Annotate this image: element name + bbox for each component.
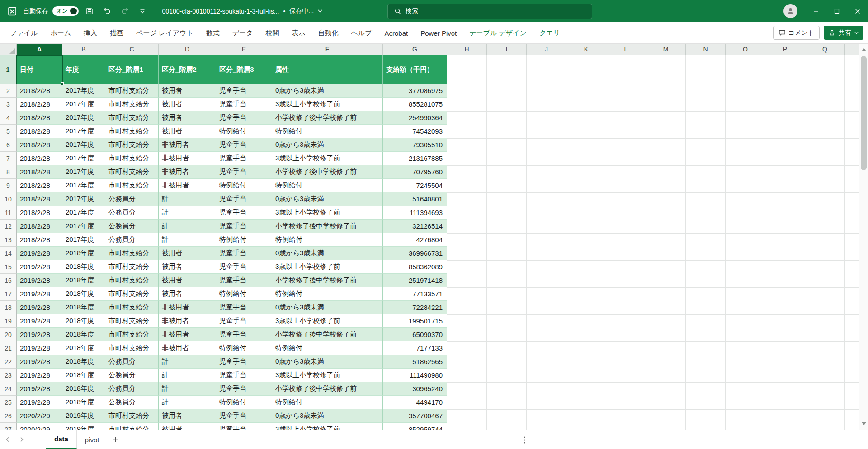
cell-A21[interactable]: 2019/2/28 xyxy=(17,341,62,355)
cell-B4[interactable]: 2017年度 xyxy=(62,111,105,125)
cell-D25[interactable]: 計 xyxy=(159,396,216,409)
cell-F3[interactable]: 3歳以上小学校修了前 xyxy=(272,98,383,111)
cell-E8[interactable]: 児童手当 xyxy=(216,165,272,179)
undo-icon[interactable] xyxy=(100,5,114,18)
cell-G3[interactable]: 855281075 xyxy=(383,98,447,111)
cell-B20[interactable]: 2018年度 xyxy=(62,328,105,341)
column-header-G[interactable]: G xyxy=(383,44,447,55)
cell-F11[interactable]: 3歳以上小学校修了前 xyxy=(272,206,383,220)
ribbon-tab-file[interactable]: ファイル xyxy=(4,22,44,44)
ribbon-tab-3[interactable]: 描画 xyxy=(104,22,130,44)
select-all-corner[interactable] xyxy=(0,44,17,55)
row-header-7[interactable]: 7 xyxy=(0,152,17,165)
cell-E16[interactable]: 児童手当 xyxy=(216,274,272,287)
cell-A12[interactable]: 2018/2/28 xyxy=(17,220,62,233)
cell-A5[interactable]: 2018/2/28 xyxy=(17,125,62,138)
cell-B7[interactable]: 2017年度 xyxy=(62,152,105,165)
cell-C10[interactable]: 公務員分 xyxy=(105,192,159,206)
cell-B9[interactable]: 2017年度 xyxy=(62,179,105,192)
cell-F21[interactable]: 特例給付 xyxy=(272,341,383,355)
header-cell-F1[interactable]: 属性 xyxy=(272,55,383,84)
empty-grid[interactable] xyxy=(447,55,859,430)
sheetbar-overflow-button[interactable] xyxy=(518,430,531,449)
cell-A13[interactable]: 2018/2/28 xyxy=(17,233,62,247)
row-header-21[interactable]: 21 xyxy=(0,341,17,355)
cell-E14[interactable]: 児童手当 xyxy=(216,247,272,260)
cell-G5[interactable]: 74542093 xyxy=(383,125,447,138)
cell-F13[interactable]: 特例給付 xyxy=(272,233,383,247)
row-header-15[interactable]: 15 xyxy=(0,260,17,274)
cell-A6[interactable]: 2018/2/28 xyxy=(17,138,62,152)
ribbon-tab-12[interactable]: Power Pivot xyxy=(414,22,463,44)
row-header-22[interactable]: 22 xyxy=(0,355,17,369)
cell-G22[interactable]: 51862565 xyxy=(383,355,447,369)
cell-A20[interactable]: 2019/2/28 xyxy=(17,328,62,341)
row-header-20[interactable]: 20 xyxy=(0,328,17,341)
cell-D20[interactable]: 非被用者 xyxy=(159,328,216,341)
ribbon-tab-8[interactable]: 表示 xyxy=(285,22,311,44)
cell-F15[interactable]: 3歳以上小学校修了前 xyxy=(272,260,383,274)
cell-G6[interactable]: 79305510 xyxy=(383,138,447,152)
cell-A19[interactable]: 2019/2/28 xyxy=(17,314,62,328)
cell-B13[interactable]: 2017年度 xyxy=(62,233,105,247)
column-header-O[interactable]: O xyxy=(726,44,765,55)
cell-A8[interactable]: 2018/2/28 xyxy=(17,165,62,179)
cell-D15[interactable]: 被用者 xyxy=(159,260,216,274)
cell-F12[interactable]: 小学校修了後中学校修了前 xyxy=(272,220,383,233)
cell-C6[interactable]: 市町村支給分 xyxy=(105,138,159,152)
cell-E2[interactable]: 児童手当 xyxy=(216,84,272,98)
cell-A2[interactable]: 2018/2/28 xyxy=(17,84,62,98)
cell-G10[interactable]: 51640801 xyxy=(383,192,447,206)
cell-E12[interactable]: 児童手当 xyxy=(216,220,272,233)
column-header-J[interactable]: J xyxy=(527,44,566,55)
cell-D7[interactable]: 非被用者 xyxy=(159,152,216,165)
cell-A14[interactable]: 2019/2/28 xyxy=(17,247,62,260)
cell-A4[interactable]: 2018/2/28 xyxy=(17,111,62,125)
row-header-13[interactable]: 13 xyxy=(0,233,17,247)
cell-E20[interactable]: 児童手当 xyxy=(216,328,272,341)
row-header-11[interactable]: 11 xyxy=(0,206,17,220)
vertical-scrollbar[interactable] xyxy=(859,44,868,430)
cell-A11[interactable]: 2018/2/28 xyxy=(17,206,62,220)
cell-G4[interactable]: 254990364 xyxy=(383,111,447,125)
cell-E11[interactable]: 児童手当 xyxy=(216,206,272,220)
minimize-button[interactable] xyxy=(806,0,826,22)
cell-D16[interactable]: 被用者 xyxy=(159,274,216,287)
cell-G7[interactable]: 213167885 xyxy=(383,152,447,165)
header-cell-A1[interactable]: 日付 xyxy=(17,55,62,84)
cell-E25[interactable]: 特例給付 xyxy=(216,396,272,409)
cell-G14[interactable]: 369966731 xyxy=(383,247,447,260)
row-header-10[interactable]: 10 xyxy=(0,192,17,206)
cell-C9[interactable]: 市町村支給分 xyxy=(105,179,159,192)
cell-G16[interactable]: 251971418 xyxy=(383,274,447,287)
cell-B18[interactable]: 2018年度 xyxy=(62,301,105,314)
cell-F24[interactable]: 小学校修了後中学校修了前 xyxy=(272,382,383,396)
cell-C2[interactable]: 市町村支給分 xyxy=(105,84,159,98)
sheet-nav-prev-button[interactable] xyxy=(0,430,14,449)
cell-C18[interactable]: 市町村支給分 xyxy=(105,301,159,314)
cell-A17[interactable]: 2019/2/28 xyxy=(17,287,62,301)
cell-C21[interactable]: 市町村支給分 xyxy=(105,341,159,355)
column-header-C[interactable]: C xyxy=(105,44,159,55)
cell-C13[interactable]: 公務員分 xyxy=(105,233,159,247)
ribbon-tab-6[interactable]: データ xyxy=(226,22,259,44)
row-header-3[interactable]: 3 xyxy=(0,98,17,111)
column-header-K[interactable]: K xyxy=(566,44,606,55)
sheet-tab-pivot[interactable]: pivot xyxy=(77,430,108,449)
cell-D12[interactable]: 計 xyxy=(159,220,216,233)
cell-F7[interactable]: 3歳以上小学校修了前 xyxy=(272,152,383,165)
cell-E15[interactable]: 児童手当 xyxy=(216,260,272,274)
cell-E22[interactable]: 児童手当 xyxy=(216,355,272,369)
header-cell-C1[interactable]: 区分_階層1 xyxy=(105,55,159,84)
sheet-tab-data[interactable]: data xyxy=(46,430,77,449)
cell-A18[interactable]: 2019/2/28 xyxy=(17,301,62,314)
cell-C25[interactable]: 公務員分 xyxy=(105,396,159,409)
cell-D23[interactable]: 計 xyxy=(159,369,216,382)
cell-F20[interactable]: 小学校修了後中学校修了前 xyxy=(272,328,383,341)
row-header-17[interactable]: 17 xyxy=(0,287,17,301)
cell-F9[interactable]: 特例給付 xyxy=(272,179,383,192)
cell-F10[interactable]: 0歳から3歳未満 xyxy=(272,192,383,206)
cell-C23[interactable]: 公務員分 xyxy=(105,369,159,382)
cell-C11[interactable]: 公務員分 xyxy=(105,206,159,220)
cell-F16[interactable]: 小学校修了後中学校修了前 xyxy=(272,274,383,287)
